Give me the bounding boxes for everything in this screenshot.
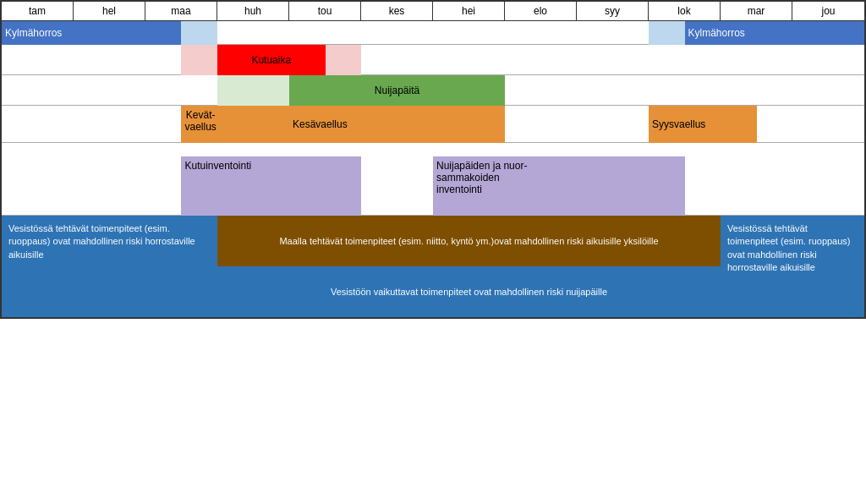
kylmahorros-left-bar: Kylmähorros	[2, 21, 181, 45]
kutuaika-red-bar: Kutuaika	[217, 45, 326, 75]
month-may: tou	[289, 2, 361, 20]
kylmahorros-right-bar: Kylmähorros	[685, 21, 864, 45]
month-sep: syy	[577, 2, 649, 20]
kylmahorros-rightlight-bar	[649, 21, 685, 45]
kylmahorros-row: Kylmähorros Kylmähorros	[2, 21, 864, 45]
kesa-vaellus-bar: Kesävaellus	[289, 106, 505, 143]
vaellus-row: Kevät-vaellus Kesävaellus Syysvaellus	[2, 106, 864, 143]
month-jun: kes	[361, 2, 433, 20]
center-bottom-panel: Maalla tehtävät toimenpiteet (esim. niit…	[217, 216, 721, 317]
kylmahorros-midleft-bar	[181, 21, 217, 45]
month-jan: tam	[2, 2, 74, 20]
month-aug: elo	[505, 2, 577, 20]
months-header: tam hel maa huh tou kes hei elo syy lok …	[2, 2, 864, 21]
blue-center-bar: Vesistöön vaikuttavat toimenpiteet ovat …	[217, 266, 721, 317]
nuijapaita-row: Nuijapäitä	[2, 75, 864, 106]
month-nov: mar	[721, 2, 792, 20]
blue-left-panel: Vesistössä tehtävät toimenpiteet (esim. …	[2, 216, 217, 317]
kutuaika-row: Kutuaika	[2, 45, 864, 75]
kutu-inventointi-bar: Kutuinventointi	[181, 156, 360, 216]
nuija-inventointi-bar: Nuijapäiden ja nuor-sammakoideninventoin…	[433, 156, 685, 216]
month-jul: hei	[433, 2, 505, 20]
syys-vaellus-bar: Syysvaellus	[649, 106, 757, 143]
month-mar: maa	[145, 2, 217, 20]
inventointi-row: Kutuinventointi Nuijapäiden ja nuor-samm…	[2, 156, 864, 216]
month-apr: huh	[217, 2, 289, 20]
brown-bar: Maalla tehtävät toimenpiteet (esim. niit…	[217, 216, 721, 266]
month-oct: lok	[649, 2, 721, 20]
main-container: tam hel maa huh tou kes hei elo syy lok …	[0, 0, 866, 319]
month-feb: hel	[74, 2, 145, 20]
spacer-row	[2, 143, 864, 156]
nuijapaita-green-bar: Nuijapäitä	[289, 75, 505, 106]
bottom-area: Vesistössä tehtävät toimenpiteet (esim. …	[2, 216, 864, 317]
blue-right-panel: Vesistössä tehtävät toimenpiteet (esim. …	[721, 216, 864, 317]
month-dec: jou	[792, 2, 864, 20]
